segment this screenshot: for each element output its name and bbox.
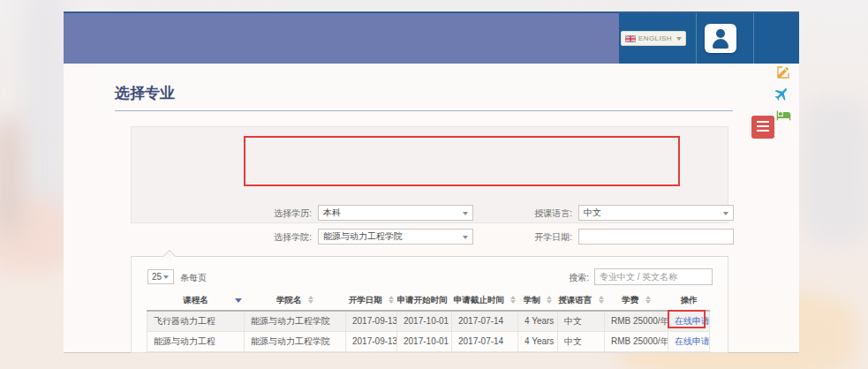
degree-level-value: 本科	[323, 207, 341, 217]
page-title: 选择专业	[115, 83, 175, 103]
chevron-down-icon	[723, 212, 728, 215]
application-portal-screen: 选择专业 选择学历: 本科 授课语言: 中文 选择学院: 能源与动力工程学院 开…	[0, 0, 868, 369]
background-blur-shape	[0, 119, 24, 234]
panel-caret-notch	[163, 250, 176, 262]
column-apply-start[interactable]: 申请开始时间	[397, 290, 452, 311]
sort-icon[interactable]	[645, 296, 651, 304]
column-school-name[interactable]: 学院名	[245, 290, 346, 311]
language-label: ENGLISH	[638, 34, 672, 42]
page-size-value: 25	[152, 272, 162, 282]
cell-apply-start: 2017-10-01	[397, 311, 452, 331]
bed-icon[interactable]	[775, 108, 792, 126]
table-row: 能源与动力工程 能源与动力工程学院 2017-09-13 2017-10-01 …	[147, 331, 710, 351]
cell-duration: 4 Years	[518, 311, 558, 331]
user-icon	[713, 39, 728, 49]
school-value: 能源与动力工程学院	[323, 231, 403, 241]
column-tuition[interactable]: 学费	[605, 290, 668, 311]
teaching-language-value: 中文	[584, 207, 601, 217]
course-table-panel: 25 条每页 搜索: 课程名	[131, 256, 728, 353]
cell-school-name: 能源与动力工程学院	[245, 331, 346, 351]
cell-course-name: 能源与动力工程	[147, 331, 245, 351]
teaching-language-select[interactable]: 中文	[578, 205, 734, 221]
cell-action: 在线申请	[668, 311, 710, 331]
cell-language: 中文	[558, 311, 605, 331]
sort-icon[interactable]	[547, 296, 552, 304]
side-menu-toggle-button[interactable]	[751, 116, 774, 139]
apply-online-link[interactable]: 在线申请	[675, 336, 710, 346]
edit-icon[interactable]	[776, 65, 790, 83]
degree-level-label: 选择学历:	[223, 206, 312, 222]
cell-course-name: 飞行器动力工程	[147, 311, 245, 331]
table-header-row: 课程名 学院名 开学日期 申请开始时间	[147, 290, 710, 311]
hamburger-icon	[757, 125, 769, 127]
sort-icon[interactable]	[389, 296, 394, 304]
page-size-select[interactable]: 25	[147, 269, 174, 284]
cell-apply-start: 2017-10-01	[397, 331, 452, 351]
apply-online-link[interactable]: 在线申请	[675, 316, 710, 326]
plane-icon[interactable]	[774, 86, 790, 106]
chevron-down-icon	[163, 275, 169, 279]
sort-icon[interactable]	[599, 296, 604, 304]
user-icon	[716, 29, 725, 38]
table-row: 飞行器动力工程 能源与动力工程学院 2017-09-13 2017-10-01 …	[147, 311, 710, 331]
header-separator	[696, 13, 697, 64]
sort-icon[interactable]	[308, 296, 313, 304]
user-avatar-button[interactable]	[705, 24, 736, 53]
chevron-down-icon	[463, 212, 468, 215]
cell-school-name: 能源与动力工程学院	[245, 311, 346, 331]
column-duration[interactable]: 学制	[518, 290, 558, 311]
sort-icon[interactable]	[510, 296, 516, 304]
search-input[interactable]	[594, 268, 713, 285]
filter-panel: 选择学历: 本科 授课语言: 中文 选择学院: 能源与动力工程学院 开学日期:	[131, 126, 728, 223]
search-label: 搜索:	[562, 272, 589, 284]
cell-start-date: 2017-09-13	[346, 311, 397, 331]
cell-start-date: 2017-09-13	[346, 331, 397, 351]
column-action: 操作	[668, 290, 710, 311]
title-divider	[115, 110, 733, 111]
cell-apply-deadline: 2017-07-14	[452, 331, 518, 351]
per-page-label: 条每页	[180, 272, 207, 284]
background-blur-shape	[799, 97, 868, 247]
page-content: 选择专业 选择学历: 本科 授课语言: 中文 选择学院: 能源与动力工程学院 开…	[64, 64, 799, 353]
hamburger-icon	[757, 121, 769, 123]
column-start-date[interactable]: 开学日期	[346, 290, 397, 311]
sort-desc-icon[interactable]	[235, 298, 242, 303]
cell-action: 在线申请	[668, 331, 710, 351]
cell-language: 中文	[558, 331, 605, 351]
start-date-label: 开学日期:	[484, 230, 572, 245]
degree-level-select[interactable]: 本科	[318, 205, 473, 221]
cell-tuition: RMB 25000/年	[605, 311, 668, 331]
top-banner: ENGLISH	[64, 11, 799, 64]
start-date-input[interactable]	[584, 230, 721, 244]
column-apply-deadline[interactable]: 申请截止时间	[452, 290, 518, 311]
cell-duration: 4 Years	[518, 331, 558, 351]
column-course-name[interactable]: 课程名	[147, 290, 245, 311]
course-table: 课程名 学院名 开学日期 申请开始时间	[147, 290, 710, 352]
cell-apply-deadline: 2017-07-14	[452, 311, 518, 331]
school-select[interactable]: 能源与动力工程学院	[318, 229, 473, 245]
column-language[interactable]: 授课语言	[558, 290, 605, 311]
chevron-down-icon	[676, 37, 682, 41]
language-dropdown[interactable]: ENGLISH	[621, 31, 686, 46]
hamburger-icon	[757, 130, 769, 132]
language-label: 授课语言:	[484, 206, 572, 222]
start-date-field-wrap	[578, 229, 734, 245]
chevron-down-icon	[463, 236, 468, 239]
school-label: 选择学院:	[223, 230, 312, 245]
header-separator	[753, 13, 754, 64]
uk-flag-icon	[625, 35, 636, 42]
cell-tuition: RMB 25000/年	[605, 331, 668, 351]
